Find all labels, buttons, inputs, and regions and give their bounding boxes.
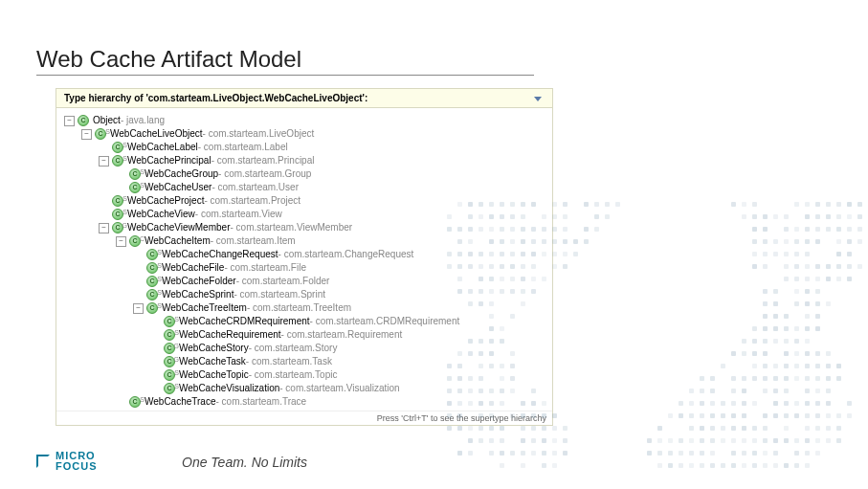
package-name: - com.starteam.Requirement <box>281 328 403 342</box>
package-name: - com.starteam.TreeItem <box>247 301 351 315</box>
class-icon: CS <box>112 155 123 167</box>
tree-node[interactable]: CSWebCacheGroup - com.starteam.Group <box>60 167 548 181</box>
collapse-icon[interactable]: − <box>133 303 144 314</box>
package-name: - com.starteam.Principal <box>211 154 315 167</box>
package-name: - com.starteam.ChangeRequest <box>278 248 414 261</box>
package-name: - com.starteam.Trace <box>215 395 306 409</box>
type-hierarchy-panel: Type hierarchy of 'com.starteam.LiveObje… <box>56 88 553 426</box>
class-icon: CS <box>112 142 123 153</box>
class-icon: CS <box>129 396 141 408</box>
class-name: WebCacheProject <box>127 194 204 208</box>
tree-node[interactable]: CGWebCacheTask - com.starteam.Task <box>60 355 548 368</box>
class-name: WebCacheFolder <box>162 275 236 288</box>
package-name: - com.starteam.Folder <box>236 275 330 288</box>
tree-spacer <box>150 384 161 394</box>
class-name: WebCacheTopic <box>179 368 249 382</box>
package-name: - com.starteam.Sprint <box>234 288 325 301</box>
class-name: WebCacheStory <box>179 342 249 355</box>
collapse-icon[interactable]: − <box>81 129 92 140</box>
package-name: - com.starteam.LiveObject <box>203 127 315 141</box>
tree-node[interactable]: CSWebCacheTrace - com.starteam.Trace <box>60 395 548 409</box>
collapse-icon[interactable]: − <box>116 236 126 247</box>
class-name: WebCacheFile <box>162 261 224 275</box>
class-name: WebCacheSprint <box>162 288 234 301</box>
class-modifier-badge: S <box>140 179 145 192</box>
class-icon: CS <box>146 276 158 287</box>
tree-node[interactable]: CSWebCacheFolder - com.starteam.Folder <box>60 275 548 288</box>
class-modifier-badge: G <box>174 340 179 353</box>
tree-node[interactable]: −CSWebCacheTreeItem - com.starteam.TreeI… <box>60 301 548 315</box>
class-name: WebCacheVisualization <box>179 382 279 395</box>
brand-logo-block: MICRO FOCUS <box>36 451 98 472</box>
class-modifier-badge: S <box>157 300 162 313</box>
tree-spacer <box>150 370 161 381</box>
class-name: WebCacheView <box>127 208 195 221</box>
brand-text: MICRO FOCUS <box>56 451 98 472</box>
class-name: WebCacheGroup <box>145 167 218 181</box>
class-name: WebCacheCRDMRequirement <box>179 315 310 328</box>
tree-spacer <box>150 317 161 327</box>
package-name: - com.starteam.View <box>195 208 282 221</box>
class-modifier-badge: S <box>122 192 127 206</box>
tree-node[interactable]: CSWebCacheFile - com.starteam.File <box>60 261 548 275</box>
tree-node[interactable]: −CGWebCacheViewMember - com.starteam.Vie… <box>60 221 548 234</box>
class-modifier-badge: S <box>157 246 162 259</box>
tree-node[interactable]: −CCWebCacheItem - com.starteam.Item <box>60 234 548 248</box>
tree-node[interactable]: CSWebCacheView - com.starteam.View <box>60 208 548 221</box>
class-modifier-badge: S <box>157 273 162 286</box>
tree-node[interactable]: CSWebCacheSprint - com.starteam.Sprint <box>60 288 548 301</box>
tree-node[interactable]: −CObject - java.lang <box>60 114 548 127</box>
collapse-icon[interactable]: − <box>99 156 109 167</box>
tree-node[interactable]: −CSWebCachePrincipal - com.starteam.Prin… <box>60 154 548 167</box>
tree-node[interactable]: CSWebCacheCRDMRequirement - com.starteam… <box>60 315 548 328</box>
package-name: - com.starteam.Story <box>249 342 338 355</box>
tree-node[interactable]: CSWebCacheVisualization - com.starteam.V… <box>60 382 548 395</box>
tree-spacer <box>116 169 126 180</box>
class-modifier-badge: G <box>122 219 127 233</box>
tree-node[interactable]: CSWebCacheChangeRequest - com.starteam.C… <box>60 248 548 261</box>
class-name: WebCacheRequirement <box>179 328 281 342</box>
collapse-icon[interactable]: − <box>64 116 75 126</box>
tree-spacer <box>99 196 109 207</box>
tree-spacer <box>133 290 144 300</box>
class-icon: CS <box>164 383 175 394</box>
class-modifier-badge: C <box>140 233 145 246</box>
class-modifier-badge: S <box>157 259 162 273</box>
package-name: - com.starteam.Topic <box>249 368 338 382</box>
tree-node[interactable]: CSWebCacheUser - com.starteam.User <box>60 181 548 194</box>
collapse-icon[interactable]: − <box>99 223 109 233</box>
class-icon: CS <box>129 168 141 180</box>
footer-hint: Press 'Ctrl+T' to see the supertype hier… <box>56 411 552 425</box>
class-icon: CG <box>164 356 175 367</box>
tree-node[interactable]: −CSWebCacheLiveObject - com.starteam.Liv… <box>60 127 548 141</box>
tree-node[interactable]: CGWebCacheStory - com.starteam.Story <box>60 342 548 355</box>
tree-spacer <box>150 357 161 367</box>
class-name: WebCacheChangeRequest <box>162 248 278 261</box>
class-icon: CS <box>95 128 106 140</box>
package-name: - com.starteam.CRDMRequirement <box>310 315 460 328</box>
panel-menu-dropdown-icon[interactable] <box>531 92 545 105</box>
package-name: - com.starteam.Group <box>218 167 311 181</box>
class-icon: CS <box>146 289 158 300</box>
class-icon: CG <box>112 222 123 233</box>
class-icon: C <box>78 115 89 126</box>
tree-spacer <box>150 344 161 354</box>
tree-node[interactable]: CSWebCacheLabel - com.starteam.Label <box>60 141 548 154</box>
tree-node[interactable]: CSWebCacheProject - com.starteam.Project <box>60 194 548 208</box>
slide-title: Web Cache Artifact Model <box>36 46 534 76</box>
class-modifier-badge: S <box>174 326 179 340</box>
tree-spacer <box>133 263 144 274</box>
class-icon: CS <box>164 316 175 327</box>
tree-spacer <box>150 330 161 341</box>
tree-spacer <box>133 250 144 260</box>
package-name: - com.starteam.Task <box>246 355 332 368</box>
panel-header: Type hierarchy of 'com.starteam.LiveObje… <box>56 89 552 108</box>
tree-node[interactable]: CSWebCacheTopic - com.starteam.Topic <box>60 368 548 382</box>
class-modifier-badge: S <box>174 313 179 326</box>
type-tree: −CObject - java.lang−CSWebCacheLiveObjec… <box>56 108 552 411</box>
class-icon: CS <box>129 182 141 193</box>
class-modifier-badge: S <box>157 286 162 300</box>
tree-node[interactable]: CSWebCacheRequirement - com.starteam.Req… <box>60 328 548 342</box>
package-name: - com.starteam.Visualization <box>279 382 399 395</box>
class-icon: CS <box>146 249 158 260</box>
